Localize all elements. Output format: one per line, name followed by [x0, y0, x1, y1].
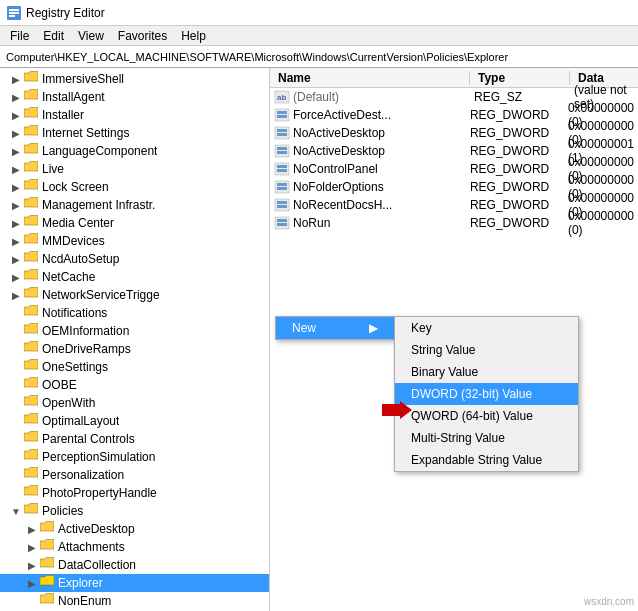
tree-item[interactable]: ▶ Installer [0, 106, 269, 124]
tree-item[interactable]: ▶ PhotoPropertyHandle [0, 484, 269, 502]
tree-item[interactable]: ▶ InstallAgent [0, 88, 269, 106]
tree-item[interactable]: ▶ Parental Controls [0, 430, 269, 448]
folder-icon [40, 539, 56, 555]
cell-type: REG_DWORD [466, 216, 564, 230]
window-title: Registry Editor [26, 6, 105, 20]
expand-arrow[interactable]: ▶ [8, 269, 24, 285]
expand-arrow[interactable]: ▶ [8, 179, 24, 195]
tree-item[interactable]: ▶ PerceptionSimulation [0, 448, 269, 466]
cell-name-text: NoFolderOptions [293, 180, 384, 194]
tree-item[interactable]: ▶ LanguageComponent [0, 142, 269, 160]
tree-item[interactable]: ▶ DataCollection [0, 556, 269, 574]
tree-item[interactable]: ▶ Management Infrastr. [0, 196, 269, 214]
context-menu-new[interactable]: New ▶ [276, 317, 394, 339]
tree-item[interactable]: ▼ Policies [0, 502, 269, 520]
cell-type: REG_DWORD [466, 198, 564, 212]
tree-item-label: Installer [42, 108, 84, 122]
tree-item[interactable]: ▶ OOBE [0, 376, 269, 394]
submenu-item[interactable]: QWORD (64-bit) Value [395, 405, 578, 427]
cell-name: NoRecentDocsH... [270, 198, 466, 212]
expand-arrow[interactable]: ▶ [24, 521, 40, 537]
folder-icon [24, 161, 40, 177]
tree-item-label: Parental Controls [42, 432, 135, 446]
registry-value-icon [274, 198, 290, 212]
title-bar: Registry Editor [0, 0, 638, 26]
expand-arrow[interactable]: ▶ [8, 161, 24, 177]
expand-arrow[interactable]: ▶ [8, 143, 24, 159]
folder-icon [40, 575, 56, 591]
menu-file[interactable]: File [4, 27, 35, 45]
tree-item[interactable]: ▶ Lock Screen [0, 178, 269, 196]
tree-item[interactable]: ▶ OpenWith [0, 394, 269, 412]
expand-arrow[interactable]: ▶ [24, 557, 40, 573]
submenu-item[interactable]: Expandable String Value [395, 449, 578, 471]
tree-item[interactable]: ▶ NetworkServiceTrigge [0, 286, 269, 304]
folder-icon [40, 593, 56, 609]
tree-item[interactable]: ▶ OneSettings [0, 358, 269, 376]
cell-type: REG_DWORD [466, 126, 564, 140]
expand-arrow[interactable]: ▶ [24, 539, 40, 555]
tree-item[interactable]: ▶ Notifications [0, 304, 269, 322]
menu-favorites[interactable]: Favorites [112, 27, 173, 45]
tree-item-label: Attachments [58, 540, 125, 554]
expand-arrow[interactable]: ▶ [8, 125, 24, 141]
submenu-item[interactable]: DWORD (32-bit) Value [395, 383, 578, 405]
tree-item-label: Lock Screen [42, 180, 109, 194]
tree-item[interactable]: ▶ Media Center [0, 214, 269, 232]
submenu-item[interactable]: Key [395, 317, 578, 339]
registry-value-icon [274, 108, 290, 122]
tree-item[interactable]: ▶ MMDevices [0, 232, 269, 250]
tree-item[interactable]: ▶ NonEnum [0, 592, 269, 610]
svg-rect-3 [9, 15, 15, 17]
expand-arrow[interactable]: ▼ [8, 503, 24, 519]
tree-item-label: LanguageComponent [42, 144, 157, 158]
submenu-item[interactable]: Multi-String Value [395, 427, 578, 449]
folder-icon [24, 449, 40, 465]
menu-help[interactable]: Help [175, 27, 212, 45]
expand-arrow[interactable]: ▶ [8, 287, 24, 303]
tree-item[interactable]: ▶ OneDriveRamps [0, 340, 269, 358]
expand-arrow[interactable]: ▶ [8, 233, 24, 249]
expand-arrow[interactable]: ▶ [8, 71, 24, 87]
tree-item[interactable]: ▶ Attachments [0, 538, 269, 556]
tree-item[interactable]: ▶ NcdAutoSetup [0, 250, 269, 268]
expand-arrow[interactable]: ▶ [8, 107, 24, 123]
tree-item[interactable]: ▶ ImmersiveShell [0, 70, 269, 88]
cell-type: REG_DWORD [466, 108, 564, 122]
cell-name: ForceActiveDest... [270, 108, 466, 122]
menu-edit[interactable]: Edit [37, 27, 70, 45]
registry-editor-icon [6, 5, 22, 21]
expand-arrow[interactable]: ▶ [24, 575, 40, 591]
expand-arrow[interactable]: ▶ [8, 215, 24, 231]
submenu-item[interactable]: Binary Value [395, 361, 578, 383]
cell-name: ab (Default) [270, 90, 470, 104]
table-row[interactable]: NoRunREG_DWORD0x00000000 (0) [270, 214, 638, 232]
tree-item[interactable]: ▶ Personalization [0, 466, 269, 484]
submenu-item[interactable]: String Value [395, 339, 578, 361]
tree-item-label: Internet Settings [42, 126, 129, 140]
cell-data: 0x00000000 (0) [564, 209, 638, 237]
context-menu-new-label: New [292, 321, 316, 335]
expand-arrow[interactable]: ▶ [8, 89, 24, 105]
tree-item[interactable]: ▶ Explorer [0, 574, 269, 592]
table-body: (function() { const data = JSON.parse(do… [270, 88, 638, 232]
menu-view[interactable]: View [72, 27, 110, 45]
folder-icon [24, 341, 40, 357]
folder-icon [24, 107, 40, 123]
tree-item[interactable]: ▶ Live [0, 160, 269, 178]
expand-arrow[interactable]: ▶ [8, 251, 24, 267]
folder-icon [24, 323, 40, 339]
tree-item[interactable]: ▶ Internet Settings [0, 124, 269, 142]
folder-icon [24, 179, 40, 195]
expand-arrow[interactable]: ▶ [8, 197, 24, 213]
tree-item[interactable]: ▶ OEMInformation [0, 322, 269, 340]
address-bar: Computer\HKEY_LOCAL_MACHINE\SOFTWARE\Mic… [0, 46, 638, 68]
svg-rect-7 [277, 111, 287, 114]
tree-item[interactable]: ▶ ActiveDesktop [0, 520, 269, 538]
tree-item-label: MMDevices [42, 234, 105, 248]
folder-icon [24, 71, 40, 87]
tree-item[interactable]: ▶ OptimalLayout [0, 412, 269, 430]
tree-item[interactable]: ▶ NetCache [0, 268, 269, 286]
red-arrow-indicator [382, 401, 412, 422]
svg-rect-11 [277, 133, 287, 136]
